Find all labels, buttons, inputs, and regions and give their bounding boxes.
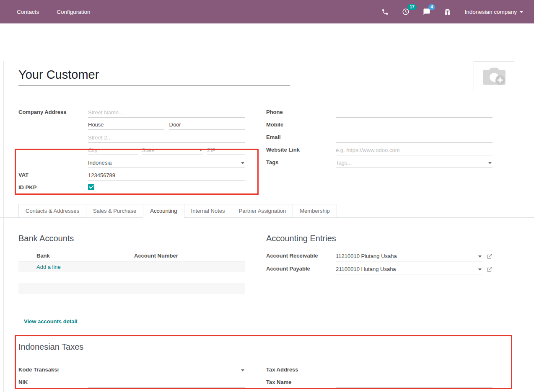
id-pkp-row: ID PKP — [18, 181, 245, 193]
zip-input[interactable] — [207, 146, 245, 155]
email-row: Email — [266, 130, 493, 143]
menu-contacts[interactable]: Contacts — [17, 9, 39, 15]
indonesian-taxes-section: Indonesian Taxes Kode Transaksi NIK Tax — [0, 342, 534, 388]
tax-name-label: Tax Name — [266, 379, 336, 388]
table-row: Add a line — [18, 261, 245, 272]
chevron-down-icon — [241, 369, 244, 371]
camera-plus-icon — [480, 65, 508, 88]
company-name: Indonesian company — [464, 9, 517, 15]
city-state-zip-row — [18, 143, 245, 155]
street2-row — [18, 130, 245, 143]
house-number-input[interactable] — [108, 121, 164, 129]
house-door-row: House Door — [18, 118, 245, 130]
external-link-icon[interactable] — [487, 266, 493, 272]
website-input[interactable] — [336, 146, 493, 155]
phone-label: Phone — [266, 109, 336, 118]
account-payable-row: Account Payable 21100010 Hutang Usaha — [266, 261, 493, 274]
tax-address-input[interactable] — [336, 366, 493, 374]
door-number-input[interactable] — [185, 121, 245, 129]
table-row — [18, 272, 245, 283]
id-pkp-label: ID PKP — [18, 184, 88, 193]
message-count-badge: 4 — [428, 4, 435, 10]
tab-contacts-addresses[interactable]: Contacts & Addresses — [18, 204, 86, 218]
menu-configuration[interactable]: Configuration — [57, 9, 90, 15]
chevron-down-icon — [478, 268, 482, 271]
account-payable-value: 21100010 Hutang Usaha — [336, 265, 476, 273]
account-payable-select[interactable]: 21100010 Hutang Usaha — [336, 264, 482, 274]
country-value: Indonesia — [88, 159, 245, 167]
table-row — [18, 283, 245, 294]
company-switcher[interactable]: Indonesian company — [464, 9, 523, 15]
form-sheet: Your Customer Company Address House D — [0, 61, 534, 392]
contact-column: Phone Mobile Email Website Link Tags — [266, 105, 493, 193]
tab-accounting[interactable]: Accounting — [143, 204, 184, 218]
tab-sales-purchase[interactable]: Sales & Purchase — [86, 204, 143, 218]
account-receivable-select[interactable]: 11210010 Piutang Usaha — [336, 251, 482, 261]
accounting-entries-section: Accounting Entries Account Receivable 11… — [266, 234, 493, 325]
taxes-left-column: Kode Transaksi NIK — [18, 363, 245, 388]
state-select[interactable] — [142, 146, 197, 155]
indonesian-taxes-title: Indonesian Taxes — [18, 342, 514, 352]
kode-transaksi-label: Kode Transaksi — [18, 366, 88, 375]
tab-membership[interactable]: Membership — [293, 204, 337, 218]
accounting-tab-content: Bank Accounts Bank Account Number Add a … — [0, 218, 534, 325]
street2-input[interactable] — [88, 134, 245, 142]
address-column: Company Address House Door — [18, 105, 245, 193]
kode-transaksi-row: Kode Transaksi — [18, 363, 245, 375]
account-receivable-row: Account Receivable 11210010 Piutang Usah… — [266, 248, 493, 261]
tax-name-input[interactable] — [336, 379, 493, 387]
tags-row: Tags — [266, 155, 493, 168]
nik-label: NIK — [18, 379, 88, 388]
external-link-icon[interactable] — [487, 253, 493, 259]
tax-address-label: Tax Address — [266, 366, 336, 375]
bank-accounts-table: Bank Account Number Add a line — [18, 250, 245, 294]
phone-icon[interactable] — [381, 8, 389, 15]
systray: 17 4 Indonesian company — [381, 8, 523, 15]
bank-accounts-title: Bank Accounts — [18, 234, 245, 243]
website-row: Website Link — [266, 143, 493, 155]
mobile-row: Mobile — [266, 118, 493, 130]
email-input[interactable] — [336, 134, 493, 142]
tab-partner-assignation[interactable]: Partner Assignation — [232, 204, 293, 218]
website-label: Website Link — [266, 147, 336, 155]
gift-icon[interactable] — [444, 8, 451, 15]
street-input[interactable] — [88, 108, 245, 117]
kode-transaksi-select[interactable] — [88, 365, 245, 375]
nik-row: NIK — [18, 375, 245, 388]
partner-image-placeholder[interactable] — [474, 61, 514, 92]
tab-internal-notes[interactable]: Internal Notes — [184, 204, 232, 218]
company-address-label: Company Address — [18, 109, 88, 118]
account-receivable-value: 11210010 Piutang Usaha — [336, 252, 476, 260]
partner-details: Company Address House Door — [0, 105, 534, 193]
vat-input[interactable]: 123456789 — [88, 171, 245, 180]
activities-clock-icon[interactable]: 17 — [402, 8, 410, 15]
chevron-down-icon — [199, 149, 202, 151]
chevron-down-icon — [520, 11, 523, 13]
account-receivable-label: Account Receivable — [266, 253, 336, 261]
tags-label: Tags — [266, 159, 336, 168]
phone-input[interactable] — [336, 108, 493, 117]
view-accounts-detail-link[interactable]: View accounts detail — [18, 318, 245, 325]
tax-address-row: Tax Address — [266, 363, 493, 375]
nik-input[interactable] — [88, 379, 245, 387]
country-select[interactable]: Indonesia — [88, 158, 245, 168]
notebook-tabs: Contacts & Addresses Sales & Purchase Ac… — [0, 204, 534, 218]
add-a-line-link[interactable]: Add a line — [18, 264, 61, 270]
street-row: Company Address — [18, 105, 245, 118]
account-payable-label: Account Payable — [266, 266, 336, 274]
vat-label: VAT — [18, 172, 88, 181]
messages-icon[interactable]: 4 — [423, 8, 430, 15]
phone-row: Phone — [266, 105, 493, 118]
accounting-entries-title: Accounting Entries — [266, 234, 493, 243]
column-bank: Bank — [18, 253, 134, 259]
taxes-right-column: Tax Address Tax Name — [266, 363, 493, 388]
id-pkp-checkbox[interactable] — [88, 184, 94, 190]
country-row: Indonesia — [18, 155, 245, 168]
table-header-row: Bank Account Number — [18, 250, 245, 261]
tags-input[interactable] — [336, 159, 493, 167]
chevron-down-icon — [488, 162, 492, 164]
mobile-input[interactable] — [336, 121, 493, 129]
email-label: Email — [266, 134, 336, 143]
city-input[interactable] — [88, 146, 138, 155]
partner-name-input[interactable]: Your Customer — [18, 68, 290, 86]
